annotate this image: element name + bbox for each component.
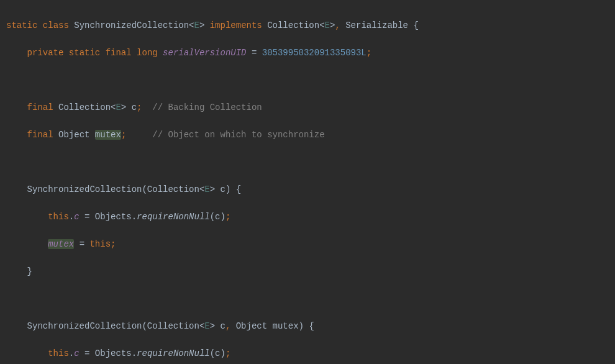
code-editor[interactable]: static class SynchronizedCollection<E> i… [0,0,615,364]
code-line: private static final long serialVersionU… [6,46,609,60]
code-line: } [6,265,609,278]
code-line [6,73,609,87]
code-line: SynchronizedCollection(Collection<E> c) … [6,183,609,196]
code-line [6,155,609,169]
comment: // Object on which to synchronize [152,130,324,140]
highlighted-identifier-mutex: mutex [95,130,121,140]
constructor-name: SynchronizedCollection [27,321,142,331]
class-name: SynchronizedCollection [74,20,189,30]
code-line: SynchronizedCollection(Collection<E> c, … [6,319,609,333]
code-line: mutex = this; [6,237,609,251]
field-serialversionuid: serialVersionUID [163,48,246,58]
code-line: static class SynchronizedCollection<E> i… [6,19,609,32]
code-line: this.c = Objects.requireNonNull(c); [6,347,609,360]
keyword-class: class [43,20,69,30]
code-line: this.c = Objects.requireNonNull(c); [6,210,609,224]
code-line: final Collection<E> c; // Backing Collec… [6,101,609,114]
code-line: final Object mutex; // Object on which t… [6,128,609,142]
comment: // Backing Collection [152,102,262,112]
keyword-static: static [6,20,37,30]
highlighted-identifier-mutex: mutex [48,239,74,249]
code-line [6,292,609,306]
constructor-name: SynchronizedCollection [27,184,142,194]
